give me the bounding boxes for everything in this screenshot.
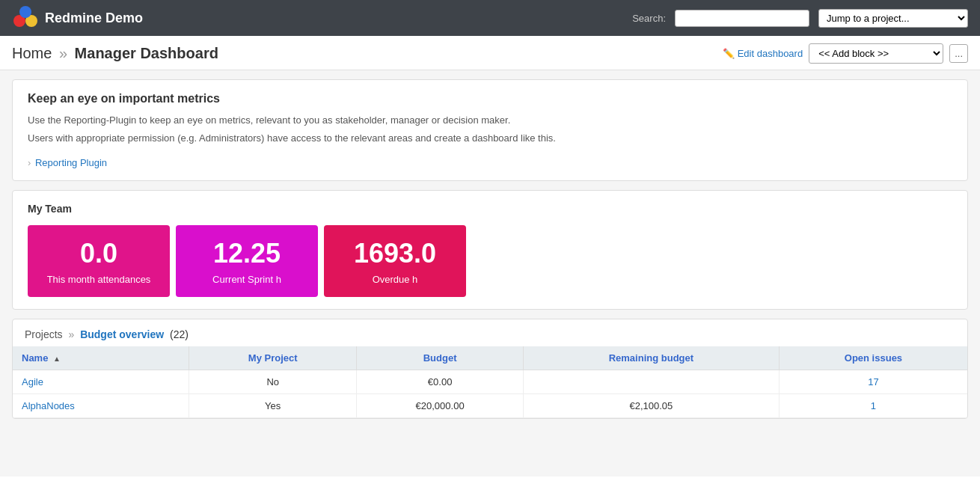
sprint-label: Current Sprint h bbox=[194, 274, 300, 285]
overdue-label: Overdue h bbox=[342, 274, 448, 285]
info-block-line1: Use the Reporting-Plugin to keep an eye … bbox=[28, 113, 952, 128]
col-budget: Budget bbox=[357, 346, 524, 370]
overdue-value: 1693.0 bbox=[342, 237, 448, 269]
search-input[interactable] bbox=[675, 10, 809, 27]
team-block-title: My Team bbox=[28, 203, 952, 215]
budget-cell: €0.00 bbox=[357, 370, 524, 394]
projects-count: (22) bbox=[170, 328, 189, 340]
project-name-link[interactable]: Agile bbox=[22, 376, 43, 387]
add-block-select[interactable]: << Add block >> bbox=[809, 43, 943, 64]
breadcrumb-current: Manager Dashboard bbox=[75, 45, 218, 61]
app-title: Redmine Demo bbox=[45, 10, 143, 26]
reporting-plugin-link[interactable]: Reporting Plugin bbox=[35, 157, 107, 168]
my-project-cell: No bbox=[189, 370, 357, 394]
more-options-button[interactable]: ... bbox=[949, 44, 968, 63]
metrics-row: 0.0 This month attendances 12.25 Current… bbox=[28, 225, 952, 297]
remaining-budget-cell bbox=[523, 370, 779, 394]
projects-block-header: Projects » Budget overview (22) bbox=[13, 319, 967, 346]
main-content: Keep an eye on important metrics Use the… bbox=[0, 70, 980, 477]
info-block-title: Keep an eye on important metrics bbox=[28, 92, 952, 105]
table-row: AlphaNodesYes€20,000.00€2,100.051 bbox=[13, 394, 967, 418]
remaining-budget-cell: €2,100.05 bbox=[523, 394, 779, 418]
project-name-cell: Agile bbox=[13, 370, 189, 394]
col-remaining: Remaining budget bbox=[523, 346, 779, 370]
pencil-icon: ✏️ bbox=[723, 48, 735, 59]
projects-table-header-row: Name ▲ My Project Budget Remaining budge… bbox=[13, 346, 967, 370]
open-issues-link[interactable]: 17 bbox=[868, 376, 878, 387]
sprint-value: 12.25 bbox=[194, 237, 300, 269]
projects-table: Name ▲ My Project Budget Remaining budge… bbox=[13, 346, 967, 418]
projects-sep: » bbox=[68, 328, 74, 340]
project-name-cell: AlphaNodes bbox=[13, 394, 189, 418]
chevron-right-icon: › bbox=[28, 157, 31, 168]
header: Redmine Demo Search: Jump to a project..… bbox=[0, 0, 980, 36]
attendances-value: 0.0 bbox=[46, 237, 152, 269]
breadcrumb-sep: » bbox=[59, 45, 67, 61]
breadcrumb: Home » Manager Dashboard bbox=[12, 45, 218, 62]
info-block: Keep an eye on important metrics Use the… bbox=[12, 79, 968, 181]
header-actions: ✏️ Edit dashboard << Add block >> ... bbox=[723, 43, 968, 64]
page-header: Home » Manager Dashboard ✏️ Edit dashboa… bbox=[0, 36, 980, 70]
jump-to-project-select[interactable]: Jump to a project...AgileAlphaNodes bbox=[818, 9, 968, 28]
projects-block: Projects » Budget overview (22) Name ▲ M… bbox=[12, 319, 968, 419]
table-row: AgileNo€0.0017 bbox=[13, 370, 967, 394]
info-block-line2: Users with appropriate permission (e.g. … bbox=[28, 131, 952, 146]
col-open-issues: Open issues bbox=[779, 346, 967, 370]
budget-cell: €20,000.00 bbox=[357, 394, 524, 418]
search-label: Search: bbox=[632, 13, 666, 24]
metric-sprint: 12.25 Current Sprint h bbox=[176, 225, 318, 297]
metric-attendances: 0.0 This month attendances bbox=[28, 225, 170, 297]
sort-icon: ▲ bbox=[53, 355, 61, 363]
more-icon: ... bbox=[955, 48, 963, 59]
col-name: Name ▲ bbox=[13, 346, 189, 370]
projects-table-body: AgileNo€0.0017AlphaNodesYes€20,000.00€2,… bbox=[13, 370, 967, 418]
projects-table-head: Name ▲ My Project Budget Remaining budge… bbox=[13, 346, 967, 370]
app-logo-icon bbox=[12, 4, 39, 31]
svg-point-2 bbox=[19, 6, 31, 18]
metric-overdue: 1693.0 Overdue h bbox=[324, 225, 466, 297]
budget-overview-link[interactable]: Budget overview bbox=[80, 328, 164, 340]
open-issues-link[interactable]: 1 bbox=[871, 400, 876, 411]
breadcrumb-home: Home bbox=[12, 45, 52, 61]
edit-dashboard-button[interactable]: ✏️ Edit dashboard bbox=[723, 48, 803, 59]
my-project-cell: Yes bbox=[189, 394, 357, 418]
project-name-link[interactable]: AlphaNodes bbox=[22, 400, 75, 411]
projects-label: Projects bbox=[25, 328, 63, 340]
logo-area: Redmine Demo bbox=[12, 4, 143, 31]
open-issues-cell: 1 bbox=[779, 394, 967, 418]
attendances-label: This month attendances bbox=[46, 274, 152, 285]
col-my-project: My Project bbox=[189, 346, 357, 370]
team-block: My Team 0.0 This month attendances 12.25… bbox=[12, 190, 968, 310]
open-issues-cell: 17 bbox=[779, 370, 967, 394]
